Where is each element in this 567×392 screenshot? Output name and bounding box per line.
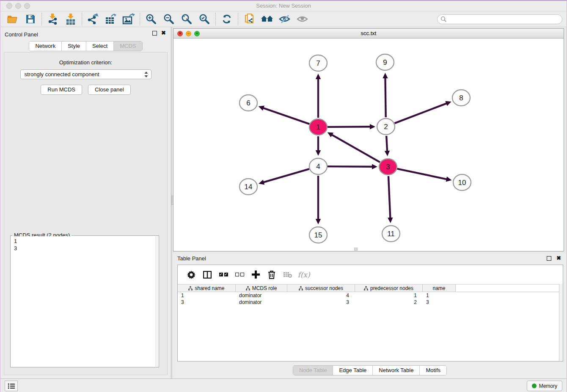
close-panel-button[interactable]: Close panel xyxy=(88,85,131,95)
memory-button[interactable]: Memory xyxy=(527,381,562,391)
edge-3-11[interactable] xyxy=(388,176,393,223)
import-network-icon[interactable] xyxy=(44,12,62,26)
network-node-3[interactable]: 3 xyxy=(379,159,397,175)
column-header-successor-nodes[interactable]: successor nodes xyxy=(287,284,355,292)
edge-1-6[interactable] xyxy=(259,106,310,124)
network-node-11[interactable]: 11 xyxy=(382,226,400,242)
select-all-columns-icon[interactable]: ✓✓ xyxy=(215,268,231,282)
unselect-all-columns-icon[interactable] xyxy=(231,268,248,282)
edge-3-10[interactable] xyxy=(397,169,452,182)
table-cell[interactable]: 1 xyxy=(355,292,423,299)
arrowhead-icon xyxy=(370,124,375,129)
network-node-7[interactable]: 7 xyxy=(309,55,327,71)
close-table-panel-icon[interactable]: ✖ xyxy=(556,255,561,261)
column-header-shared-name[interactable]: shared name xyxy=(178,284,236,292)
delete-table-icon[interactable] xyxy=(280,268,296,282)
refresh-view-icon[interactable] xyxy=(218,12,236,26)
network-window-titlebar[interactable]: ✕ − + scc.txt xyxy=(173,29,564,39)
svg-text:2: 2 xyxy=(384,123,388,131)
table-cell[interactable]: 3 xyxy=(287,299,355,306)
table-cell[interactable]: 3 xyxy=(178,299,236,306)
delete-columns-icon[interactable] xyxy=(264,268,280,282)
network-node-4[interactable]: 4 xyxy=(309,158,327,174)
table-cell[interactable]: 2 xyxy=(355,299,423,306)
column-header-predecessor-nodes[interactable]: predecessor nodes xyxy=(355,284,423,292)
application-window: Session: New Session xyxy=(0,0,567,392)
network-node-8[interactable]: 8 xyxy=(452,90,470,106)
result-scrollbar[interactable] xyxy=(155,236,158,367)
network-node-9[interactable]: 9 xyxy=(376,54,394,70)
float-table-panel-icon[interactable] xyxy=(547,256,551,261)
tab-network-table[interactable]: Network Table xyxy=(373,366,420,375)
tab-select[interactable]: Select xyxy=(86,41,114,51)
close-panel-icon[interactable]: ✖ xyxy=(161,30,166,36)
import-table-icon[interactable] xyxy=(62,12,80,26)
apply-preferred-layout-icon[interactable] xyxy=(258,12,276,26)
function-builder-icon[interactable]: f(x) xyxy=(296,268,312,282)
show-all-icon[interactable] xyxy=(294,12,311,26)
network-node-2[interactable]: 2 xyxy=(377,119,395,135)
open-session-icon[interactable] xyxy=(4,12,22,26)
hide-selected-icon[interactable] xyxy=(276,12,294,26)
task-history-button[interactable] xyxy=(5,381,18,391)
table-cell[interactable]: dominator xyxy=(236,299,287,306)
table-row[interactable]: 3dominator323 xyxy=(178,299,559,306)
edge-4-3[interactable] xyxy=(328,164,377,169)
tab-style[interactable]: Style xyxy=(62,41,86,51)
export-image-icon[interactable] xyxy=(120,12,138,26)
zoom-out-icon[interactable] xyxy=(160,12,178,26)
search-input[interactable] xyxy=(437,14,562,24)
show-column-icon[interactable] xyxy=(199,268,215,282)
optimization-criterion-select[interactable]: strongly connected component xyxy=(20,69,151,79)
optimization-criterion-value: strongly connected component xyxy=(25,71,99,77)
export-table-icon[interactable] xyxy=(102,12,120,26)
tab-mcds[interactable]: MCDS xyxy=(114,41,142,51)
edge-2-9[interactable] xyxy=(383,73,388,117)
tab-node-table[interactable]: Node Table xyxy=(293,366,333,375)
edge-1-2[interactable] xyxy=(328,124,375,129)
network-node-14[interactable]: 14 xyxy=(239,179,257,195)
tab-motifs[interactable]: Motifs xyxy=(420,366,446,375)
column-header-name[interactable]: name xyxy=(423,284,456,292)
toolbar-separator xyxy=(82,13,82,25)
table-cell[interactable]: 1 xyxy=(423,292,456,299)
table-options-gear-icon[interactable] xyxy=(183,268,199,282)
zoom-fit-icon[interactable] xyxy=(178,12,195,26)
table-cell[interactable]: 4 xyxy=(287,292,355,299)
network-node-6[interactable]: 6 xyxy=(239,95,257,111)
table-cell[interactable]: 1 xyxy=(178,292,236,299)
network-node-15[interactable]: 15 xyxy=(309,227,327,243)
svg-text:14: 14 xyxy=(245,183,253,191)
export-network-icon[interactable] xyxy=(84,12,102,26)
zoom-in-icon[interactable] xyxy=(142,12,160,26)
edge-2-3[interactable] xyxy=(385,136,390,156)
edge-3-1[interactable] xyxy=(328,132,380,162)
network-node-10[interactable]: 10 xyxy=(453,174,471,190)
save-session-icon[interactable] xyxy=(22,12,39,26)
edge-4-14[interactable] xyxy=(259,169,309,185)
edge-1-7[interactable] xyxy=(316,74,321,118)
new-network-from-selection-icon[interactable] xyxy=(240,12,258,26)
network-hscroll-thumb[interactable] xyxy=(354,248,358,251)
tab-edge-table[interactable]: Edge Table xyxy=(333,366,373,375)
zoom-selected-icon[interactable] xyxy=(195,12,213,26)
network-node-1[interactable]: 1 xyxy=(309,119,327,135)
mcds-result-text[interactable]: 13 xyxy=(11,236,155,367)
arrowhead-icon xyxy=(316,74,321,79)
table-cell[interactable]: dominator xyxy=(236,292,287,299)
network-canvas[interactable]: 7968124314101511 xyxy=(173,39,564,251)
edge-2-8[interactable] xyxy=(395,101,451,123)
tab-network[interactable]: Network xyxy=(29,41,62,51)
float-panel-icon[interactable] xyxy=(152,31,157,36)
table-cell[interactable]: 3 xyxy=(423,299,456,306)
list-icon xyxy=(8,383,15,389)
edge-1-4[interactable] xyxy=(316,136,321,156)
svg-text:1: 1 xyxy=(316,123,320,131)
column-header-MCDS-role[interactable]: MCDS role xyxy=(236,284,287,292)
run-mcds-button[interactable]: Run MCDS xyxy=(41,85,82,95)
table-panel-tabs: Node TableEdge TableNetwork TableMotifs xyxy=(173,365,567,375)
add-column-icon[interactable] xyxy=(248,268,264,282)
edge-4-15[interactable] xyxy=(316,176,321,224)
table-vscroll[interactable] xyxy=(559,284,563,361)
table-row[interactable]: 1dominator411 xyxy=(178,292,559,299)
